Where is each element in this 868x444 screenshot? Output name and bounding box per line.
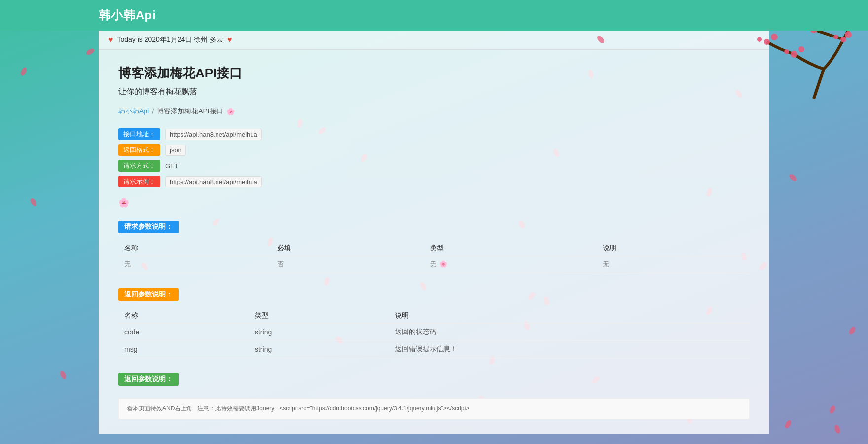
bottom-note: 看本页面特效AND右上角 注意：此特效需要调用Jquery <script sr… (118, 398, 750, 419)
resp-col-name: 名称 (118, 308, 249, 324)
svg-point-7 (784, 49, 789, 54)
request-params-table: 名称 必填 类型 说明 无 否 无 🌸 无 (118, 241, 750, 273)
main-content: 博客添加梅花API接口 让你的博客有梅花飘落 韩小韩Api / 博客添加梅花AP… (99, 50, 769, 434)
response-params-table: 名称 类型 说明 code string 返回的状态码 msg string 返… (118, 308, 750, 358)
svg-point-11 (771, 34, 778, 40)
resp-cell-desc: 返回的状态码 (389, 324, 750, 341)
decorative-petal: 🌸 (118, 197, 750, 208)
resp-col-type: 类型 (249, 308, 389, 324)
col-type: 类型 (424, 241, 597, 256)
api-example-row: 请求示例： https://api.han8.net/api/meihua (118, 176, 750, 187)
svg-point-13 (833, 35, 838, 39)
petal (782, 418, 794, 430)
resp-cell-name: msg (118, 341, 249, 358)
petal (58, 369, 69, 381)
col-name: 名称 (118, 241, 271, 256)
api-url-value: https://api.han8.net/api/meihua (165, 129, 262, 140)
cell-name: 无 (118, 256, 271, 273)
request-params-section: 请求参数说明： 名称 必填 类型 说明 无 否 无 🌸 无 (118, 216, 750, 273)
api-format-row: 返回格式： json (118, 144, 750, 156)
breadcrumb: 韩小韩Api / 博客添加梅花API接口 🌸 (118, 107, 750, 116)
api-info: 接口地址： https://api.han8.net/api/meihua 返回… (118, 128, 750, 187)
api-format-label: 返回格式： (118, 144, 160, 156)
date-text: Today is 2020年1月24日 徐州 多云 (117, 36, 224, 44)
svg-point-50 (784, 419, 793, 430)
response-params-badge: 返回参数说明： (118, 288, 179, 301)
resp-cell-type: string (249, 341, 389, 358)
heart-icon-right: ♥ (227, 36, 232, 44)
svg-point-29 (29, 197, 38, 208)
table-row: msg string 返回错误提示信息！ (118, 341, 750, 358)
petal (846, 324, 858, 336)
api-method-value: GET (165, 162, 179, 170)
resp-cell-type: string (249, 324, 389, 341)
svg-point-14 (845, 31, 852, 38)
svg-point-19 (85, 47, 96, 56)
heart-icon-left: ♥ (108, 36, 113, 44)
response-params-badge2: 返回参数说明： (118, 373, 179, 386)
page-title: 博客添加梅花API接口 (118, 65, 750, 82)
svg-point-51 (833, 424, 841, 434)
petal (827, 404, 838, 415)
date-bar: ♥ Today is 2020年1月24日 徐州 多云 ♥ (99, 31, 769, 50)
api-url-row: 接口地址： https://api.han8.net/api/meihua (118, 128, 750, 140)
col-desc: 说明 (597, 241, 750, 256)
api-format-value: json (165, 145, 186, 156)
table-row: code string 返回的状态码 (118, 324, 750, 341)
svg-point-45 (59, 370, 68, 380)
site-header: 韩小韩Api (0, 0, 868, 31)
svg-point-8 (798, 46, 804, 52)
breadcrumb-home-link[interactable]: 韩小韩Api (118, 107, 149, 116)
svg-point-27 (788, 173, 798, 182)
plum-icon: 🌸 (226, 108, 235, 115)
cell-type: 无 🌸 (424, 256, 597, 273)
api-example-value: https://api.han8.net/api/meihua (165, 176, 262, 187)
request-params-badge: 请求参数说明： (118, 221, 179, 233)
api-method-row: 请求方式： GET (118, 160, 750, 172)
api-url-label: 接口地址： (118, 128, 160, 140)
api-method-label: 请求方式： (118, 160, 160, 172)
petal (28, 196, 39, 208)
svg-point-6 (791, 51, 797, 58)
svg-point-42 (848, 326, 857, 336)
api-example-label: 请求示例： (118, 176, 160, 187)
svg-point-48 (829, 405, 836, 414)
site-title: 韩小韩Api (99, 8, 156, 22)
breadcrumb-current: 博客添加梅花API接口 (157, 107, 223, 116)
breadcrumb-separator: / (152, 108, 154, 115)
bottom-note-text: 看本页面特效AND右上角 注意：此特效需要调用Jquery <script sr… (127, 405, 470, 412)
petal (84, 46, 96, 58)
response-params-section2: 返回参数说明： (118, 368, 750, 393)
resp-cell-desc: 返回错误提示信息！ (389, 341, 750, 358)
petal (832, 423, 843, 435)
col-required: 必填 (271, 241, 424, 256)
petal (18, 66, 30, 78)
table-row: 无 否 无 🌸 无 (118, 256, 750, 273)
cell-required: 否 (271, 256, 424, 273)
resp-cell-name: code (118, 324, 249, 341)
response-params-section: 返回参数说明： 名称 类型 说明 code string 返回的状态码 msg … (118, 283, 750, 358)
cell-desc: 无 (597, 256, 750, 273)
resp-col-desc: 说明 (389, 308, 750, 324)
svg-point-21 (20, 67, 28, 77)
page-subtitle: 让你的博客有梅花飘落 (118, 87, 750, 97)
svg-point-12 (840, 37, 846, 42)
petal (787, 171, 799, 184)
